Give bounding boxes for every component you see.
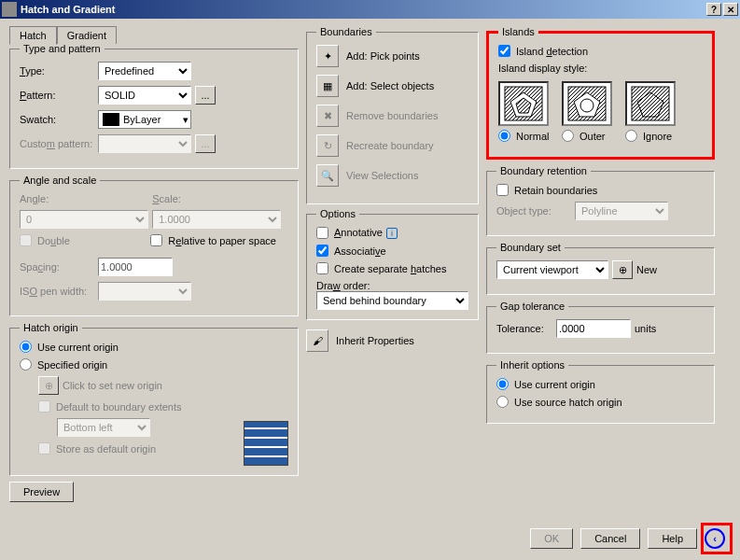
retain-boundaries-checkbox[interactable] <box>496 184 509 196</box>
close-window-button[interactable]: ✕ <box>723 3 738 16</box>
boundary-retention-legend: Boundary retention <box>496 165 591 176</box>
island-detection-checkbox[interactable] <box>498 45 510 57</box>
island-ignore-icon[interactable] <box>625 81 676 126</box>
view-selections-button: 🔍 View Selections <box>316 164 468 187</box>
island-detection-label: Island detection <box>516 46 588 57</box>
inherit-options-legend: Inherit options <box>496 359 568 371</box>
pick-points-icon: ✦ <box>316 45 339 67</box>
object-type-select: Polyline <box>575 202 668 220</box>
pattern-select[interactable]: SOLID <box>98 86 191 105</box>
spacing-label: Spacing: <box>20 261 94 273</box>
boundary-set-group: Boundary set Current viewport ⊕ New <box>486 242 715 295</box>
tab-strip: Hatch Gradient <box>9 26 299 44</box>
svg-point-5 <box>580 99 593 112</box>
app-icon <box>2 2 17 17</box>
double-label: Double <box>37 235 70 246</box>
collapse-arrow-button[interactable]: ‹ <box>705 528 725 549</box>
select-objects-icon: ▦ <box>316 75 339 97</box>
default-boundary-label: Default to boundary extents <box>56 401 182 413</box>
type-label: TType:ype: <box>20 65 94 77</box>
tolerance-input[interactable] <box>556 319 631 338</box>
angle-label: Angle: <box>20 193 49 204</box>
ok-button[interactable]: OK <box>530 528 573 549</box>
add-select-objects-button[interactable]: ▦ Add: Select objects <box>316 75 468 97</box>
store-default-checkbox <box>38 442 50 455</box>
use-current-origin-radio[interactable] <box>20 341 32 353</box>
tab-hatch[interactable]: Hatch <box>9 26 57 45</box>
inherit-current-label: Use current origin <box>514 379 595 390</box>
island-outer-radio[interactable] <box>562 130 574 142</box>
view-icon: 🔍 <box>316 164 339 187</box>
boundary-retention-group: Boundary retention Retain boundaries Obj… <box>486 165 715 236</box>
inherit-current-radio[interactable] <box>496 378 509 390</box>
angle-scale-legend: Angle and scale <box>20 175 100 186</box>
pattern-browse-button[interactable]: ... <box>195 86 216 105</box>
inherit-source-radio[interactable] <box>496 396 509 408</box>
separate-checkbox[interactable] <box>316 262 328 274</box>
use-current-origin-label: Use current origin <box>37 342 119 353</box>
inherit-options-group: Inherit options Use current origin Use s… <box>486 359 715 424</box>
boundary-set-new-button[interactable]: ⊕ <box>612 260 633 279</box>
custom-pattern-select <box>98 134 191 153</box>
gap-tolerance-group: Gap tolerance Tolerance: units <box>486 301 715 354</box>
help-button[interactable]: Help <box>648 528 697 549</box>
inherit-properties-button[interactable]: 🖌 Inherit Properties <box>306 329 479 352</box>
draw-order-select[interactable]: Send behind boundary <box>316 291 468 310</box>
info-icon[interactable]: i <box>386 228 398 239</box>
iso-select <box>98 282 191 301</box>
window-title: Hatch and Gradient <box>21 4 705 15</box>
cancel-button[interactable]: Cancel <box>580 528 640 549</box>
boundary-corner-select: Bottom left <box>57 418 150 437</box>
dropdown-icon: ▾ <box>183 114 188 126</box>
islands-legend: Islands <box>498 26 538 37</box>
boundaries-group: Boundaries ✦ Add: Pick points ▦ Add: Sel… <box>306 26 479 204</box>
island-style-label: Island display style: <box>498 63 703 74</box>
hatch-preview-icon <box>244 421 288 466</box>
annotative-label: Annotativei <box>334 227 398 239</box>
tolerance-label: Tolerance: <box>496 323 552 334</box>
boundary-set-new-label: New <box>636 264 657 275</box>
pattern-label: Pattern: <box>20 90 94 101</box>
type-pattern-group: Type and pattern TType:ype: Predefined P… <box>9 43 299 169</box>
add-pick-points-button[interactable]: ✦ Add: Pick points <box>316 45 468 67</box>
preview-button[interactable]: Preview <box>9 482 74 502</box>
boundary-set-legend: Boundary set <box>496 242 565 253</box>
island-normal-icon[interactable] <box>498 81 549 126</box>
help-window-button[interactable]: ? <box>706 3 721 16</box>
tab-gradient[interactable]: Gradient <box>57 26 117 44</box>
gap-tolerance-legend: Gap tolerance <box>496 301 568 312</box>
relative-checkbox[interactable] <box>150 234 162 246</box>
custom-pattern-label: Custom pattern: <box>20 138 94 149</box>
double-checkbox <box>20 234 32 246</box>
swatch-select[interactable]: ByLayer ▾ <box>98 110 191 129</box>
angle-scale-group: Angle and scale Angle: Scale: 0 1.0000 D… <box>9 175 299 316</box>
swatch-preview-icon <box>103 113 119 126</box>
iso-label: ISO pen width: <box>20 286 94 297</box>
island-ignore-radio[interactable] <box>625 130 637 142</box>
island-normal-radio[interactable] <box>498 130 510 142</box>
type-select[interactable]: Predefined <box>98 62 191 80</box>
remove-icon: ✖ <box>316 105 339 127</box>
annotative-checkbox[interactable] <box>316 227 328 239</box>
options-group: Options Annotativei Associative Create s… <box>306 208 479 320</box>
scale-label: Scale: <box>152 193 181 204</box>
object-type-label: Object type: <box>496 205 571 217</box>
island-outer-icon[interactable] <box>562 81 612 126</box>
remove-boundaries-button: ✖ Remove boundaries <box>316 105 468 127</box>
hatch-origin-legend: Hatch origin <box>20 322 82 333</box>
recreate-boundary-button: ↻ Recreate boundary <box>316 134 468 157</box>
boundaries-legend: Boundaries <box>316 26 376 37</box>
associative-checkbox[interactable] <box>316 245 328 257</box>
draw-order-label: Draw order: <box>316 280 468 291</box>
relative-label: Relative to paper space <box>168 235 276 246</box>
inherit-icon: 🖌 <box>306 329 328 352</box>
specified-origin-radio[interactable] <box>20 358 32 371</box>
set-origin-button: ⊕ <box>38 376 59 395</box>
specified-origin-label: Specified origin <box>37 359 107 371</box>
boundary-set-select[interactable]: Current viewport <box>496 260 608 279</box>
scale-select: 1.0000 <box>152 210 281 229</box>
separate-label: Create separate hatches <box>334 263 446 274</box>
swatch-value: ByLayer <box>123 114 161 125</box>
hatch-origin-group: Hatch origin Use current origin Specifie… <box>9 322 299 476</box>
store-default-label: Store as default origin <box>56 443 156 455</box>
